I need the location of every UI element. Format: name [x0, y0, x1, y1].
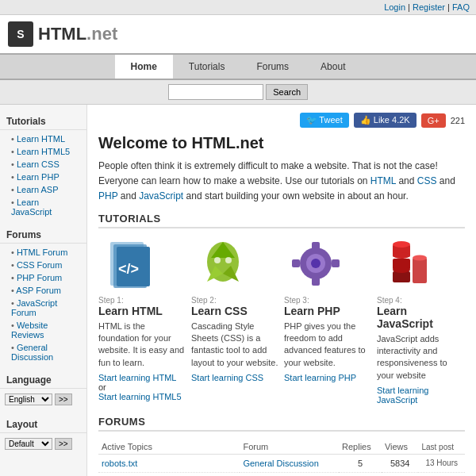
replies-count: 14 [339, 473, 382, 476]
nav-home[interactable]: Home [115, 55, 173, 79]
tutorial-js-step: Step 4: [377, 296, 465, 305]
language-go-button[interactable]: >> [55, 393, 72, 405]
layout-go-button[interactable]: >> [55, 438, 72, 450]
sidebar-item-html-forum[interactable]: HTML Forum [0, 246, 86, 259]
svg-rect-12 [312, 242, 320, 250]
tutorials-section-title: Tutorials [0, 111, 86, 130]
tutorial-card-php: Step 3: Learn PHP PHP gives you the free… [284, 236, 372, 405]
language-section-title: Language [0, 370, 86, 389]
logo-icon-letter: S [17, 28, 24, 40]
col-forum: Forum [240, 440, 339, 455]
svg-point-9 [225, 257, 232, 263]
tutorials-grid: </> Step 1: Learn HTML HTML is the found… [98, 236, 465, 405]
language-select[interactable]: English [5, 393, 52, 405]
nav-forums[interactable]: Forums [240, 55, 305, 79]
forums-header-row: Active Topics Forum Replies Views Last p… [98, 440, 465, 455]
tutorial-card-css: Step 2: Learn CSS Cascading Style Sheets… [191, 236, 279, 405]
svg-rect-14 [292, 259, 300, 267]
welcome-title: Welcome to HTML.net [98, 134, 465, 152]
col-views: Views [382, 440, 419, 455]
forums-section-heading: FORUMS [98, 416, 465, 432]
sidebar-item-learn-html[interactable]: Learn HTML [0, 132, 86, 145]
tutorials-section-heading: TUTORIALS [98, 213, 465, 228]
logo-area: S HTML.net [0, 15, 476, 53]
svg-point-8 [214, 257, 221, 263]
tutorial-php-link[interactable]: Start learning PHP [284, 373, 372, 382]
content-area: 🐦 Tweet 👍 Like 4.2K G+ 221 Welcome to HT… [87, 105, 476, 476]
main-layout: Tutorials Learn HTML Learn HTML5 Learn C… [0, 105, 476, 476]
gplus-count: 221 [451, 116, 465, 125]
layout-select[interactable]: Default [5, 438, 52, 450]
tutorial-css-link[interactable]: Start learning CSS [191, 373, 279, 382]
tutorial-php-name: Learn PHP [284, 305, 372, 317]
svg-point-24 [413, 255, 427, 261]
svg-rect-15 [332, 259, 340, 267]
forum-cell: General Discussion [240, 473, 339, 476]
last-post-time: 13 Hours [418, 455, 465, 473]
sidebar-item-general-discussion[interactable]: General Discussion [0, 341, 86, 363]
svg-point-16 [311, 259, 321, 268]
like-button[interactable]: 👍 Like 4.2K [354, 113, 416, 128]
sidebar-item-css-forum[interactable]: CSS Forum [0, 259, 86, 271]
html-link[interactable]: HTML [370, 175, 396, 186]
sidebar-item-learn-css[interactable]: Learn CSS [0, 158, 86, 171]
svg-rect-23 [413, 258, 427, 283]
replies-count: 5 [339, 455, 382, 473]
tutorial-js-name: Learn JavaScript [377, 305, 465, 330]
tutorial-js-link[interactable]: Start learning JavaScript [377, 386, 465, 405]
last-post-time: 1 Day [418, 473, 465, 476]
nav-tutorials[interactable]: Tutorials [173, 55, 241, 79]
col-active-topics: Active Topics [98, 440, 240, 455]
tutorial-css-desc: Cascading Style Sheets (CSS) is a fantas… [191, 321, 279, 370]
layout-section-title: Layout [0, 414, 86, 433]
col-replies: Replies [339, 440, 382, 455]
tutorial-html-link2[interactable]: Start learning HTML5 [98, 392, 186, 401]
php-link[interactable]: PHP [98, 190, 117, 202]
topic-link-robots[interactable]: robots.txt [102, 459, 137, 468]
search-button[interactable]: Search [266, 84, 308, 100]
sidebar-item-php-forum[interactable]: PHP Forum [0, 271, 86, 284]
sidebar-item-learn-php[interactable]: Learn PHP [0, 171, 86, 183]
nav-about[interactable]: About [305, 55, 361, 79]
forums-section-title: Forums [0, 225, 86, 244]
sidebar: Tutorials Learn HTML Learn HTML5 Learn C… [0, 105, 87, 476]
search-input[interactable] [168, 84, 263, 100]
sidebar-item-website-reviews[interactable]: Website Reviews [0, 319, 86, 341]
welcome-text: People often think it is extremely diffi… [98, 159, 465, 205]
tutorial-icon-css [191, 236, 255, 292]
tutorial-card-html: </> Step 1: Learn HTML HTML is the found… [98, 236, 186, 405]
views-count: 5834 [382, 455, 419, 473]
top-bar: Login | Register | FAQ [0, 0, 476, 15]
tutorial-html-step: Step 1: [98, 296, 186, 305]
faq-link[interactable]: FAQ [452, 2, 470, 12]
css-link[interactable]: CSS [417, 175, 437, 186]
login-link[interactable]: Login [384, 2, 405, 12]
gplus-button[interactable]: G+ [421, 113, 446, 128]
svg-point-21 [393, 252, 410, 259]
forum-cell: General Discussion [240, 455, 339, 473]
svg-point-22 [393, 267, 410, 273]
tutorial-html-name: Learn HTML [98, 305, 186, 317]
tutorial-css-name: Learn CSS [191, 305, 279, 317]
register-link[interactable]: Register [413, 2, 445, 12]
tutorial-icon-html: </> [98, 236, 162, 292]
nav: Home Tutorials Forums About [0, 53, 476, 80]
sidebar-item-js-forum[interactable]: JavaScript Forum [0, 297, 86, 319]
table-row: robots.txt General Discussion 5 5834 13 … [98, 455, 465, 473]
tutorial-php-step: Step 3: [284, 296, 372, 305]
forums-section: FORUMS Active Topics Forum Replies Views… [98, 416, 465, 476]
sidebar-item-asp-forum[interactable]: ASP Forum [0, 284, 86, 297]
tweet-button[interactable]: 🐦 Tweet [300, 113, 349, 128]
tutorial-html-or: or [98, 382, 106, 392]
language-row: English >> [0, 391, 86, 408]
sidebar-item-learn-html5[interactable]: Learn HTML5 [0, 145, 86, 158]
tutorial-html-desc: HTML is the foundation for your website.… [98, 321, 186, 370]
javascript-link[interactable]: JavaScript [139, 190, 183, 202]
layout-row: Default >> [0, 436, 86, 452]
sidebar-item-learn-asp[interactable]: Learn ASP [0, 183, 86, 196]
tutorial-html-link1[interactable]: Start learning HTML [98, 373, 186, 382]
forum-general-discussion-link[interactable]: General Discussion [243, 459, 318, 468]
sidebar-item-learn-javascript[interactable]: Learn JavaScript [0, 196, 86, 218]
table-row: Best web hosting companies General Discu… [98, 473, 465, 476]
svg-point-20 [393, 241, 410, 248]
